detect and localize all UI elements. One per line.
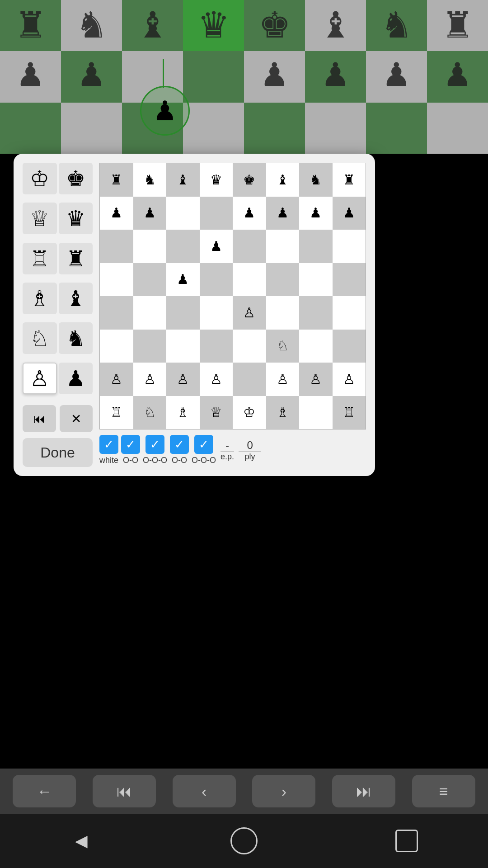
done-button[interactable]: Done (23, 438, 93, 467)
nav-prev-button[interactable]: ‹ (173, 775, 236, 807)
checkbox-white-turn-box[interactable]: ✓ (99, 435, 118, 454)
board-cell-7-4[interactable]: ♔ (233, 396, 266, 429)
nav-last-button[interactable]: ⏭ (332, 775, 395, 807)
board-cell-2-4[interactable] (233, 230, 266, 263)
board-cell-7-2[interactable]: ♗ (166, 396, 200, 429)
board-cell-6-6[interactable]: ♙ (299, 363, 333, 396)
piece-black-queen[interactable]: ♛ (59, 203, 93, 234)
ply-value[interactable]: 0 (239, 439, 261, 452)
board-cell-3-0[interactable] (100, 263, 133, 297)
board-cell-7-1[interactable]: ♘ (133, 396, 167, 429)
board-cell-6-1[interactable]: ♙ (133, 363, 167, 396)
board-cell-3-2[interactable]: ♟ (166, 263, 200, 297)
board-cell-2-0[interactable] (100, 230, 133, 263)
board-cell-0-1[interactable]: ♞ (133, 163, 167, 197)
board-cell-0-6[interactable]: ♞ (299, 163, 333, 197)
board-cell-5-0[interactable] (100, 330, 133, 363)
board-cell-5-7[interactable] (333, 330, 366, 363)
board-cell-7-7[interactable]: ♖ (333, 396, 366, 429)
board-cell-0-4[interactable]: ♚ (233, 163, 266, 197)
board-cell-1-7[interactable]: ♟ (333, 197, 366, 230)
position-board[interactable]: ♜♞♝♛♚♝♞♜♟♟♟♟♟♟♟♟♙♘♙♙♙♙♙♙♙♖♘♗♕♔♗♖ (99, 163, 366, 429)
checkbox-black-ooo: ✓ O-O-O (192, 435, 216, 465)
board-cell-2-6[interactable] (299, 230, 333, 263)
board-cell-4-4[interactable]: ♙ (233, 296, 266, 330)
board-cell-0-5[interactable]: ♝ (266, 163, 300, 197)
board-cell-3-3[interactable] (200, 263, 233, 297)
board-cell-3-7[interactable] (333, 263, 366, 297)
board-cell-1-1[interactable]: ♟ (133, 197, 167, 230)
system-back-button[interactable]: ◀ (63, 823, 99, 859)
board-cell-7-0[interactable]: ♖ (100, 396, 133, 429)
board-cell-2-5[interactable] (266, 230, 300, 263)
board-cell-2-3[interactable]: ♟ (200, 230, 233, 263)
board-cell-6-5[interactable]: ♙ (266, 363, 300, 396)
board-cell-5-4[interactable] (233, 330, 266, 363)
board-cell-4-2[interactable] (166, 296, 200, 330)
board-cell-1-4[interactable]: ♟ (233, 197, 266, 230)
ep-value[interactable]: - (221, 439, 234, 452)
board-cell-7-3[interactable]: ♕ (200, 396, 233, 429)
piece-black-pawn[interactable]: ♟ (59, 363, 93, 394)
system-recent-button[interactable] (389, 823, 425, 859)
checkbox-black-oo-box[interactable]: ✓ (170, 435, 189, 454)
board-cell-3-1[interactable] (133, 263, 167, 297)
board-cell-6-4[interactable] (233, 363, 266, 396)
piece-black-knight[interactable]: ♞ (59, 322, 93, 354)
board-cell-4-6[interactable] (299, 296, 333, 330)
nav-first-button[interactable]: ⏮ (93, 775, 156, 807)
board-cell-0-2[interactable]: ♝ (166, 163, 200, 197)
board-cell-0-7[interactable]: ♜ (333, 163, 366, 197)
board-cell-4-0[interactable] (100, 296, 133, 330)
piece-white-pawn[interactable]: ♙ (23, 363, 57, 394)
board-cell-5-6[interactable] (299, 330, 333, 363)
board-cell-0-3[interactable]: ♛ (200, 163, 233, 197)
board-cell-3-4[interactable] (233, 263, 266, 297)
clear-button[interactable]: ✕ (60, 405, 93, 432)
board-cell-0-0[interactable]: ♜ (100, 163, 133, 197)
board-cell-4-5[interactable] (266, 296, 300, 330)
nav-back-button[interactable]: ← (13, 775, 76, 807)
board-cell-6-0[interactable]: ♙ (100, 363, 133, 396)
board-cell-5-3[interactable] (200, 330, 233, 363)
board-cell-1-6[interactable]: ♟ (299, 197, 333, 230)
board-cell-7-5[interactable]: ♗ (266, 396, 300, 429)
board-cell-6-7[interactable]: ♙ (333, 363, 366, 396)
piece-black-bishop[interactable]: ♝ (59, 283, 93, 314)
board-cell-5-2[interactable] (166, 330, 200, 363)
checkbox-white-ooo-box[interactable]: ✓ (145, 435, 164, 454)
piece-black-king[interactable]: ♚ (59, 163, 93, 194)
board-cell-5-1[interactable] (133, 330, 167, 363)
board-cell-3-5[interactable] (266, 263, 300, 297)
pieces-grid: ♔ ♚ ♕ ♛ ♖ ♜ ♗ ♝ ♘ ♞ ♙ ♟ (23, 163, 93, 401)
board-cell-1-2[interactable] (166, 197, 200, 230)
board-cell-5-5[interactable]: ♘ (266, 330, 300, 363)
board-cell-2-1[interactable] (133, 230, 167, 263)
board-cell-3-6[interactable] (299, 263, 333, 297)
nav-next-button[interactable]: › (252, 775, 315, 807)
piece-black-rook[interactable]: ♜ (59, 243, 93, 274)
board-cell-4-1[interactable] (133, 296, 167, 330)
board-cell-6-3[interactable]: ♙ (200, 363, 233, 396)
piece-white-queen[interactable]: ♕ (23, 203, 57, 234)
pawn-highlight-circle: ♟ (140, 86, 190, 136)
board-cell-4-7[interactable] (333, 296, 366, 330)
board-cell-6-2[interactable]: ♙ (166, 363, 200, 396)
system-home-button[interactable] (226, 823, 262, 859)
board-cell-2-7[interactable] (333, 230, 366, 263)
board-cell-4-3[interactable] (200, 296, 233, 330)
checkbox-white-ooo-label: O-O-O (143, 456, 167, 465)
piece-white-bishop[interactable]: ♗ (23, 283, 57, 314)
nav-menu-button[interactable]: ≡ (412, 775, 475, 807)
board-cell-2-2[interactable] (166, 230, 200, 263)
piece-white-rook[interactable]: ♖ (23, 243, 57, 274)
board-cell-1-0[interactable]: ♟ (100, 197, 133, 230)
piece-white-king[interactable]: ♔ (23, 163, 57, 194)
board-cell-7-6[interactable] (299, 396, 333, 429)
piece-white-knight[interactable]: ♘ (23, 322, 57, 354)
board-cell-1-3[interactable] (200, 197, 233, 230)
back-to-start-button[interactable]: ⏮ (23, 405, 56, 432)
checkbox-black-ooo-box[interactable]: ✓ (194, 435, 213, 454)
checkbox-white-oo-box[interactable]: ✓ (121, 435, 140, 454)
board-cell-1-5[interactable]: ♟ (266, 197, 300, 230)
